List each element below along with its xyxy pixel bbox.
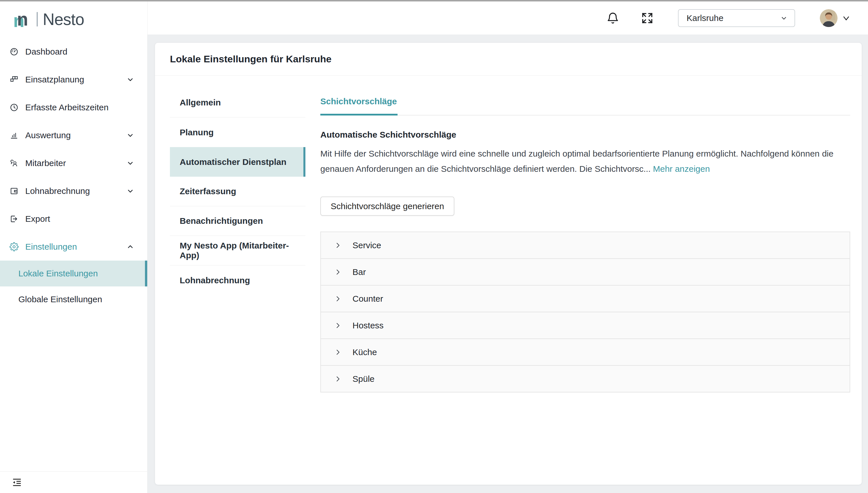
topbar: Karlsruhe: [147, 1, 868, 35]
settings-nav-item-label: Zeiterfassung: [180, 187, 236, 196]
payroll-icon: [9, 187, 19, 196]
collapse-sidebar-icon[interactable]: [12, 477, 22, 488]
export-icon: [9, 214, 19, 223]
chevron-down-icon: [126, 159, 135, 168]
location-select-value: Karlsruhe: [687, 13, 780, 23]
chevron-down-icon: [126, 187, 135, 195]
shift-group-label: Küche: [352, 347, 377, 357]
chevron-down-icon: [126, 75, 135, 84]
settings-section-nav: Allgemein Planung Automatischer Dienstpl…: [170, 88, 305, 485]
sidebar-item-lohnabrechnung[interactable]: Lohnabrechnung: [0, 177, 147, 205]
shift-groups-accordion: Service Bar: [320, 232, 850, 392]
shift-group-label: Spüle: [352, 374, 374, 384]
logo-divider: [37, 12, 38, 26]
sidebar-item-erfasste-arbeitszeiten[interactable]: Erfasste Arbeitszeiten: [0, 93, 147, 121]
sidebar: n n Nesto Dashboard Einsatzplanung Erfas…: [0, 1, 147, 493]
sidebar-item-dashboard[interactable]: Dashboard: [0, 38, 147, 65]
main-area: Karlsruhe Lokale: [147, 1, 868, 493]
description-text: Mit Hilfe der Schichtvorschläge wird ein…: [320, 149, 833, 173]
card-header: Lokale Einstellungen für Karlsruhe: [155, 43, 862, 76]
user-menu-chevron-down-icon[interactable]: [841, 13, 851, 23]
settings-content: Schichtvorschläge Automatische Schichtvo…: [320, 88, 850, 485]
settings-nav-item-label: Automatischer Dienstplan: [180, 157, 287, 167]
shift-group-label: Service: [352, 240, 381, 250]
planning-icon: [9, 75, 19, 84]
chevron-right-icon: [334, 374, 342, 383]
settings-nav-automatischer-dienstplan[interactable]: Automatischer Dienstplan: [170, 147, 305, 177]
app-window: n n Nesto Dashboard Einsatzplanung Erfas…: [0, 0, 868, 493]
settings-card: Lokale Einstellungen für Karlsruhe Allge…: [155, 43, 862, 485]
sidebar-item-globale-einstellungen[interactable]: Globale Einstellungen: [0, 286, 147, 312]
tab-schichtvorschlaege[interactable]: Schichtvorschläge: [320, 88, 397, 115]
chevron-down-icon: [780, 14, 788, 22]
settings-nav-item-label: Benachrichtigungen: [180, 216, 263, 226]
dashboard-icon: [9, 47, 19, 56]
shift-group-spuele[interactable]: Spüle: [320, 365, 850, 392]
shift-group-label: Counter: [352, 294, 383, 304]
shift-group-label: Bar: [352, 267, 366, 277]
settings-nav-item-label: Lohnabrechnung: [180, 276, 250, 285]
chevron-right-icon: [334, 348, 342, 357]
settings-nav-item-label: My Nesto App (Mitarbeiter-App): [180, 241, 296, 260]
settings-nav-planung[interactable]: Planung: [170, 117, 305, 147]
content-background: Lokale Einstellungen für Karlsruhe Allge…: [147, 35, 868, 493]
settings-nav-item-label: Planung: [180, 128, 213, 137]
sidebar-item-export[interactable]: Export: [0, 205, 147, 233]
employees-icon: [9, 158, 19, 168]
shift-group-label: Hostess: [352, 321, 384, 330]
card-body: Allgemein Planung Automatischer Dienstpl…: [155, 76, 862, 485]
sidebar-item-label: Auswertung: [25, 130, 71, 140]
gear-icon: [9, 242, 19, 251]
sidebar-nav: Dashboard Einsatzplanung Erfasste Arbeit…: [0, 37, 147, 312]
sidebar-item-label: Lohnabrechnung: [25, 186, 90, 196]
sidebar-item-mitarbeiter[interactable]: Mitarbeiter: [0, 149, 147, 177]
fullscreen-expand-icon[interactable]: [641, 12, 653, 24]
location-select[interactable]: Karlsruhe: [678, 9, 795, 27]
sidebar-item-label: Export: [25, 214, 50, 224]
settings-nav-zeiterfassung[interactable]: Zeiterfassung: [170, 177, 305, 206]
tabbar: Schichtvorschläge: [320, 88, 850, 115]
sidebar-item-label: Erfasste Arbeitszeiten: [25, 103, 109, 112]
chart-icon: [9, 131, 19, 140]
sidebar-item-label: Einsatzplanung: [25, 75, 84, 84]
nesto-logo-mark: n n: [13, 9, 35, 29]
settings-nav-lohnabrechnung[interactable]: Lohnabrechnung: [170, 265, 305, 295]
sidebar-item-einsatzplanung[interactable]: Einsatzplanung: [0, 65, 147, 93]
chevron-right-icon: [334, 321, 342, 330]
sidebar-item-auswertung[interactable]: Auswertung: [0, 121, 147, 149]
sidebar-footer: [0, 471, 147, 493]
chevron-right-icon: [334, 295, 342, 303]
generate-shift-suggestions-button[interactable]: Schichtvorschläge generieren: [320, 196, 454, 216]
page-title: Lokale Einstellungen für Karlsruhe: [170, 53, 332, 65]
sidebar-item-label: Globale Einstellungen: [18, 295, 102, 304]
sidebar-item-einstellungen[interactable]: Einstellungen: [0, 233, 147, 261]
settings-nav-benachrichtigungen[interactable]: Benachrichtigungen: [170, 206, 305, 236]
notifications-bell-icon[interactable]: [606, 12, 619, 25]
sidebar-item-label: Einstellungen: [25, 242, 77, 252]
clock-icon: [9, 103, 19, 112]
chevron-right-icon: [334, 268, 342, 276]
sidebar-item-lokale-einstellungen[interactable]: Lokale Einstellungen: [0, 261, 147, 286]
sidebar-item-label: Dashboard: [25, 47, 67, 57]
settings-nav-allgemein[interactable]: Allgemein: [170, 88, 305, 117]
shift-group-kueche[interactable]: Küche: [320, 339, 850, 366]
show-more-link[interactable]: Mehr anzeigen: [653, 164, 710, 173]
brand-logo: n n Nesto: [0, 1, 147, 37]
chevron-right-icon: [334, 241, 342, 250]
sidebar-item-label: Lokale Einstellungen: [18, 269, 98, 278]
section-description: Mit Hilfe der Schichtvorschläge wird ein…: [320, 146, 837, 176]
chevron-down-icon: [126, 131, 135, 140]
section-title: Automatische Schichtvorschläge: [320, 130, 850, 140]
settings-nav-item-label: Allgemein: [180, 98, 221, 107]
logo-wordmark: Nesto: [43, 10, 84, 29]
shift-group-hostess[interactable]: Hostess: [320, 312, 850, 339]
chevron-up-icon: [126, 242, 135, 251]
shift-group-counter[interactable]: Counter: [320, 285, 850, 312]
shift-group-service[interactable]: Service: [320, 232, 850, 259]
logo-mark-letter: n: [17, 9, 28, 29]
avatar[interactable]: [820, 9, 838, 27]
shift-group-bar[interactable]: Bar: [320, 258, 850, 285]
sidebar-item-label: Mitarbeiter: [25, 158, 66, 168]
settings-nav-my-nesto-app[interactable]: My Nesto App (Mitarbeiter-App): [170, 236, 305, 265]
